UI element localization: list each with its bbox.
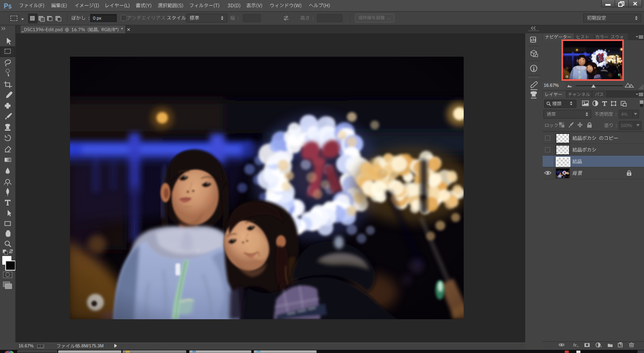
svg-text:fx: fx xyxy=(573,343,577,347)
